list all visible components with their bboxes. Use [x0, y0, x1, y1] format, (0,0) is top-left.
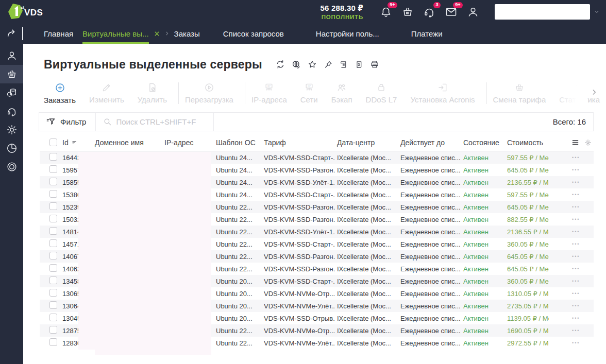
row-actions-button[interactable]: •••: [549, 254, 594, 259]
edit-button[interactable]: Изменить: [89, 82, 124, 104]
backup-button[interactable]: Бэкап: [331, 82, 352, 104]
support-button[interactable]: 3: [423, 6, 435, 18]
svg-text:IP: IP: [267, 84, 271, 88]
row-checkbox[interactable]: [49, 153, 57, 161]
sidebar-item-support[interactable]: [0, 102, 23, 120]
os-template-cell: Ubuntu 22...: [214, 228, 262, 236]
row-checkbox[interactable]: [49, 165, 57, 173]
filter-button[interactable]: Фильтр: [39, 113, 95, 131]
row-actions-button[interactable]: •••: [549, 204, 594, 210]
row-actions-button[interactable]: •••: [549, 291, 594, 296]
mail-button[interactable]: 9+: [445, 6, 458, 18]
column-header-id[interactable]: Id: [60, 138, 93, 147]
row-checkbox[interactable]: [49, 252, 57, 259]
row-checkbox[interactable]: [49, 338, 57, 346]
row-actions-button[interactable]: •••: [549, 180, 594, 185]
toolbar-scroll-right-button[interactable]: [591, 88, 598, 96]
cart-button[interactable]: [401, 6, 414, 18]
pin-icon[interactable]: [324, 60, 332, 69]
row-checkbox[interactable]: [49, 239, 57, 247]
search-box[interactable]: [96, 113, 213, 131]
row-checkbox[interactable]: [49, 202, 57, 210]
column-header-datacenter[interactable]: Дата-центр: [335, 138, 398, 147]
row-density-icon[interactable]: [571, 138, 579, 146]
row-actions-button[interactable]: •••: [549, 217, 594, 222]
state-badge: Активен: [461, 327, 505, 335]
column-header-tariff[interactable]: Тариф: [262, 138, 335, 147]
networks-button[interactable]: IP Сети: [300, 82, 318, 104]
column-header-valid-until[interactable]: Действует до: [398, 138, 461, 147]
row-actions-button[interactable]: •••: [549, 279, 594, 284]
topup-button[interactable]: ПОПОЛНИТЬ: [320, 14, 363, 20]
acronis-button[interactable]: Установка Acronis: [410, 82, 475, 104]
row-actions-button[interactable]: •••: [549, 316, 594, 321]
close-tab-icon[interactable]: [154, 31, 160, 37]
tab-zaprosy[interactable]: Список запросов: [223, 23, 284, 44]
cost-cell: 1690.05 ₽ / Месяц: [505, 327, 549, 335]
column-header-os[interactable]: Шаблон ОС: [214, 138, 262, 147]
row-actions-button[interactable]: •••: [549, 303, 594, 308]
globe-link-icon[interactable]: [292, 60, 301, 69]
row-actions-button[interactable]: •••: [549, 155, 594, 160]
sidebar-collapse-button[interactable]: [0, 23, 23, 44]
column-header-state[interactable]: Состояние: [461, 138, 505, 147]
row-checkbox[interactable]: [49, 215, 57, 222]
tab-zakazy[interactable]: Заказы: [174, 23, 200, 44]
delete-button[interactable]: Удалить: [138, 82, 167, 104]
notifications-button[interactable]: 9+: [380, 6, 392, 18]
row-actions-button[interactable]: •••: [549, 328, 594, 333]
sort-icon: [72, 140, 78, 146]
row-checkbox[interactable]: [49, 178, 57, 185]
refresh-icon[interactable]: [276, 60, 285, 69]
logo[interactable]: st VDS: [7, 2, 69, 22]
chevron-down-icon[interactable]: [594, 9, 600, 15]
row-actions-button[interactable]: •••: [549, 266, 594, 271]
tariff-cell: VDS-KVM-NVMe-Улёт...: [262, 302, 335, 310]
sidebar-item-statistics[interactable]: [0, 139, 23, 158]
sidebar-item-settings[interactable]: [0, 120, 23, 139]
print-icon[interactable]: [370, 60, 379, 69]
column-header-cost[interactable]: Стоимость: [505, 138, 549, 147]
tab-virtual-servers[interactable]: Виртуальные вы...: [82, 23, 160, 44]
star-icon[interactable]: [308, 60, 317, 69]
profile-button[interactable]: [467, 6, 479, 18]
datacenter-cell: IXcellerate (Мос...: [335, 191, 398, 199]
sidebar-item-products[interactable]: [0, 158, 23, 176]
ddos-button[interactable]: DDoS L7: [366, 82, 397, 104]
tab-glavnaya[interactable]: Главная: [44, 23, 73, 44]
change-tariff-button[interactable]: Смена тарифа: [493, 82, 546, 104]
ip-addresses-button[interactable]: IP IP-адреса: [251, 82, 287, 104]
row-checkbox[interactable]: [49, 227, 57, 235]
row-checkbox[interactable]: [49, 264, 57, 272]
search-input[interactable]: [116, 117, 209, 126]
row-actions-button[interactable]: •••: [549, 340, 594, 345]
row-actions-button[interactable]: •••: [549, 241, 594, 247]
tab-nastroyki[interactable]: Настройки поль...: [316, 23, 379, 44]
state-badge: Активен: [461, 339, 505, 347]
row-checkbox[interactable]: [49, 326, 57, 334]
select-all-checkbox[interactable]: [49, 138, 57, 146]
sidebar-item-services[interactable]: [0, 65, 23, 83]
row-checkbox[interactable]: [49, 314, 57, 321]
column-header-domain[interactable]: Доменное имя: [93, 138, 162, 147]
column-header-ip[interactable]: IP-адрес: [162, 138, 214, 147]
row-checkbox[interactable]: [49, 276, 57, 284]
reboot-button[interactable]: Перезагрузка: [185, 82, 233, 104]
tab-platezhi[interactable]: Платежи: [411, 23, 443, 44]
row-actions-button[interactable]: •••: [549, 229, 594, 234]
table-settings-gear-icon[interactable]: [584, 139, 592, 146]
row-checkbox[interactable]: [49, 190, 57, 198]
chevron-right-icon: [591, 88, 598, 96]
excel-export-icon[interactable]: [355, 60, 363, 69]
username-redacted[interactable]: [495, 4, 590, 20]
row-actions-button[interactable]: •••: [549, 167, 594, 172]
row-checkbox[interactable]: [49, 301, 57, 309]
datacenter-cell: IXcellerate (Мос...: [335, 203, 398, 211]
datacenter-cell: IXcellerate (Мос...: [335, 228, 398, 236]
sidebar-item-billing[interactable]: [0, 83, 23, 102]
row-actions-button[interactable]: •••: [549, 192, 594, 197]
row-checkbox[interactable]: [49, 289, 57, 297]
order-button[interactable]: Заказать: [44, 82, 76, 105]
sidebar-item-account[interactable]: [0, 46, 23, 65]
log-icon[interactable]: [339, 60, 348, 69]
